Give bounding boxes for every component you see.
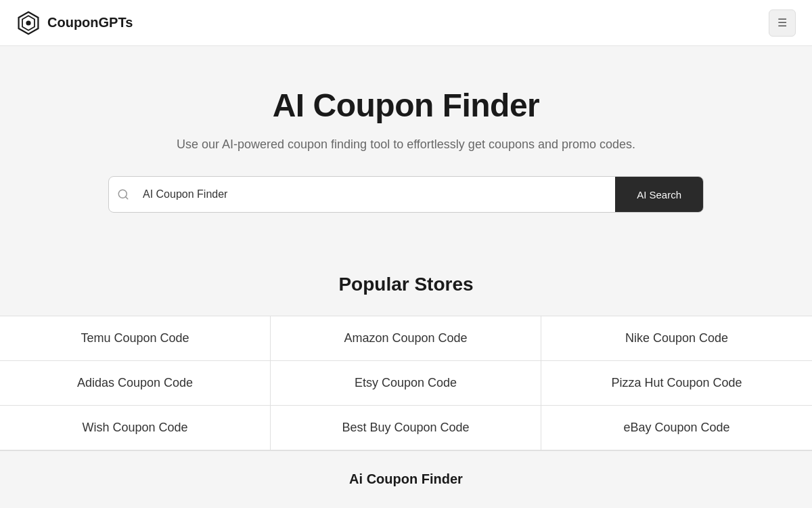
footer-section: Ai Coupon Finder: [0, 450, 812, 501]
store-item[interactable]: Pizza Hut Coupon Code: [541, 361, 812, 406]
logo-icon: [16, 11, 41, 35]
hero-subtitle: Use our AI-powered coupon finding tool t…: [169, 137, 643, 152]
logo-text: CouponGPTs: [47, 15, 133, 30]
search-button[interactable]: AI Search: [615, 177, 703, 212]
hero-title: AI Coupon Finder: [14, 87, 798, 124]
menu-icon: ☰: [777, 16, 787, 29]
store-item[interactable]: eBay Coupon Code: [541, 406, 812, 450]
popular-stores-section: Popular Stores Temu Coupon CodeAmazon Co…: [0, 247, 812, 450]
store-item[interactable]: Temu Coupon Code: [0, 316, 271, 361]
store-item[interactable]: Etsy Coupon Code: [271, 361, 541, 406]
store-item[interactable]: Adidas Coupon Code: [0, 361, 271, 406]
stores-grid: Temu Coupon CodeAmazon Coupon CodeNike C…: [0, 316, 812, 450]
search-input[interactable]: [137, 179, 615, 210]
popular-stores-title: Popular Stores: [0, 274, 812, 295]
store-item[interactable]: Best Buy Coupon Code: [271, 406, 541, 450]
header: CouponGPTs ☰: [0, 0, 812, 46]
menu-button[interactable]: ☰: [769, 9, 796, 37]
svg-point-2: [26, 20, 30, 25]
footer-title: Ai Coupon Finder: [14, 471, 798, 487]
store-item[interactable]: Amazon Coupon Code: [271, 316, 541, 361]
store-item[interactable]: Nike Coupon Code: [541, 316, 812, 361]
store-item[interactable]: Wish Coupon Code: [0, 406, 271, 450]
svg-line-4: [125, 196, 127, 198]
search-bar: AI Search: [108, 176, 704, 213]
logo[interactable]: CouponGPTs: [16, 11, 133, 35]
hero-section: AI Coupon Finder Use our AI-powered coup…: [0, 46, 812, 247]
search-icon: [109, 188, 137, 200]
